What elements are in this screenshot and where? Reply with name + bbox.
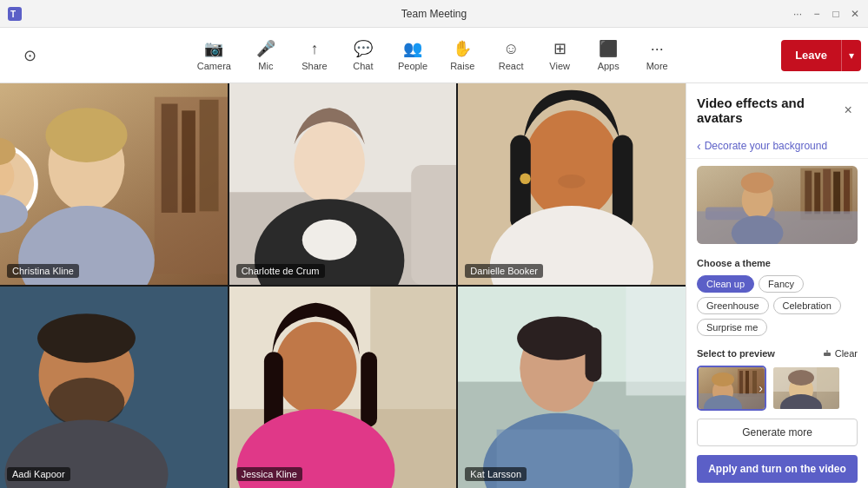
svg-point-27: [558, 175, 585, 188]
svg-rect-18: [411, 165, 456, 285]
svg-rect-57: [833, 172, 840, 214]
theme-greenhouse-btn[interactable]: Greenhouse: [697, 297, 769, 314]
more-options-btn[interactable]: ···: [792, 8, 804, 20]
background-preview: [697, 166, 858, 244]
chat-label: Chat: [353, 61, 373, 71]
svg-rect-6: [182, 110, 195, 213]
svg-point-28: [520, 173, 532, 184]
react-control[interactable]: ☺ React: [488, 35, 533, 76]
share-label: Share: [301, 61, 327, 71]
theme-options: Clean up Fancy Greenhouse Celebration Su…: [686, 272, 868, 343]
participant-tile: Jessica Kline: [229, 287, 457, 488]
participant-tile: Aadi Kapoor: [0, 287, 228, 488]
apps-icon: ⬛: [599, 39, 618, 58]
participant-name: Christina Kline: [7, 264, 79, 278]
react-label: React: [499, 61, 524, 71]
minimize-btn[interactable]: −: [811, 8, 823, 20]
view-control[interactable]: ⊞ View: [537, 34, 582, 76]
svg-rect-70: [752, 371, 757, 394]
thumbnail-2[interactable]: [772, 366, 841, 411]
share-icon: ↑: [310, 40, 318, 58]
close-btn[interactable]: ✕: [849, 8, 861, 20]
raise-icon: ✋: [453, 39, 472, 58]
apply-button[interactable]: Apply and turn on the video: [697, 455, 858, 483]
participant-tile: Danielle Booker: [458, 83, 686, 285]
mic-label: Mic: [258, 61, 273, 71]
meeting-toolbar: ⊙ 📷 Camera 🎤 Mic ↑ Share 💬 Chat 👥 People…: [0, 28, 868, 83]
theme-section-label: Choose a theme: [686, 251, 868, 272]
svg-rect-68: [739, 371, 743, 394]
raise-control[interactable]: ✋ Raise: [440, 34, 485, 76]
view-icon: ⊞: [553, 39, 567, 58]
view-label: View: [549, 61, 570, 71]
main-content: Christina Kline Charlotte de Crum: [0, 83, 868, 488]
camera-control[interactable]: 📷 Camera: [189, 34, 240, 76]
panel-breadcrumb[interactable]: ‹ Decorate your background: [686, 134, 868, 159]
svg-rect-55: [814, 173, 820, 214]
participant-name: Charlotte de Crum: [236, 264, 325, 278]
svg-point-34: [49, 378, 125, 426]
svg-rect-41: [361, 352, 377, 426]
eraser-icon: [822, 348, 832, 359]
participant-name: Kat Larsson: [465, 467, 527, 481]
panel-close-button[interactable]: ×: [838, 100, 858, 121]
share-control[interactable]: ↑ Share: [292, 35, 337, 76]
thumbnail-chevron-icon: ›: [759, 381, 763, 395]
svg-point-39: [275, 322, 356, 415]
window-title: Team Meeting: [401, 8, 467, 20]
svg-point-21: [301, 220, 356, 260]
chat-icon: 💬: [354, 39, 373, 58]
people-control[interactable]: 👥 People: [389, 34, 436, 76]
raise-label: Raise: [450, 61, 474, 71]
theme-fancy-btn[interactable]: Fancy: [759, 275, 804, 293]
svg-rect-7: [200, 100, 219, 212]
preview-thumbnails: ›: [686, 362, 868, 415]
chat-control[interactable]: 💬 Chat: [341, 34, 386, 76]
teams-logo: T: [7, 6, 23, 22]
breadcrumb-arrow-icon: ‹: [697, 139, 701, 153]
svg-rect-56: [823, 169, 831, 214]
video-effects-panel: Video effects and avatars × ‹ Decorate y…: [686, 83, 868, 488]
more-label: More: [646, 61, 668, 71]
svg-rect-5: [162, 104, 178, 213]
panel-title: Video effects and avatars: [697, 96, 838, 125]
participant-tile: Kat Larsson: [458, 287, 686, 488]
svg-point-9: [45, 108, 127, 162]
svg-rect-58: [844, 170, 850, 214]
more-control[interactable]: ··· More: [634, 35, 679, 76]
home-btn[interactable]: ⊙: [7, 41, 52, 70]
panel-header: Video effects and avatars ×: [686, 83, 868, 134]
svg-point-19: [294, 122, 365, 203]
svg-point-33: [37, 313, 136, 362]
svg-point-24: [524, 110, 620, 219]
title-bar: T Team Meeting ··· − □ ✕: [0, 0, 868, 28]
svg-text:T: T: [10, 10, 16, 19]
svg-rect-64: [824, 353, 831, 356]
people-icon: 👥: [403, 39, 422, 58]
leave-dropdown-arrow[interactable]: ▾: [841, 40, 861, 71]
maximize-btn[interactable]: □: [830, 8, 842, 20]
window-controls: ··· − □ ✕: [792, 8, 861, 20]
mic-control[interactable]: 🎤 Mic: [243, 34, 288, 76]
svg-rect-65: [826, 350, 828, 353]
participant-name: Aadi Kapoor: [7, 467, 70, 481]
svg-point-79: [788, 370, 814, 386]
clear-button[interactable]: Clear: [822, 348, 858, 359]
toolbar-left: ⊙: [7, 41, 52, 70]
mic-icon: 🎤: [256, 39, 275, 58]
theme-celebration-btn[interactable]: Celebration: [773, 297, 841, 314]
svg-point-73: [712, 373, 734, 386]
svg-rect-46: [626, 287, 686, 395]
apps-control[interactable]: ⬛ Apps: [586, 34, 631, 76]
generate-more-button[interactable]: Generate more: [697, 419, 858, 446]
svg-rect-54: [805, 171, 812, 214]
camera-icon: 📷: [204, 39, 223, 58]
home-icon: ⊙: [23, 46, 36, 65]
theme-cleanup-btn[interactable]: Clean up: [697, 275, 754, 293]
theme-surpriseme-btn[interactable]: Surprise me: [697, 319, 767, 336]
svg-rect-69: [745, 371, 749, 394]
leave-button[interactable]: Leave ▾: [781, 40, 861, 71]
leave-label: Leave: [781, 49, 841, 62]
thumbnail-1[interactable]: ›: [697, 366, 766, 411]
camera-label: Camera: [197, 61, 231, 71]
